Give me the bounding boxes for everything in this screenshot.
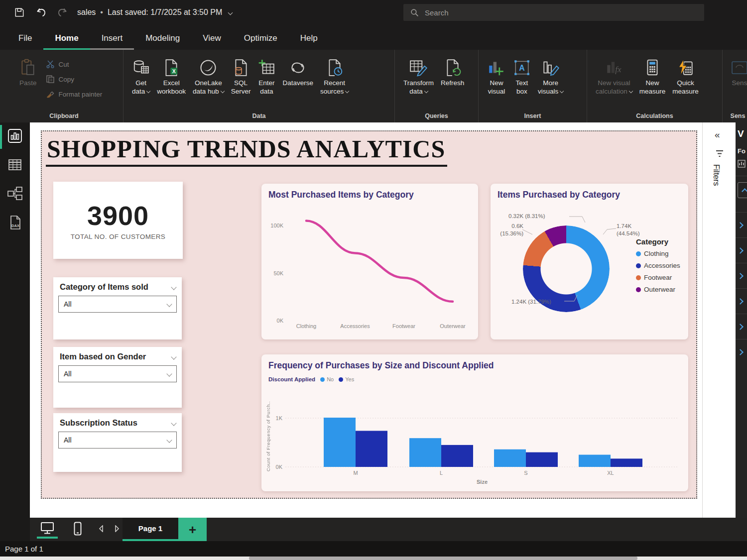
refresh-icon bbox=[444, 57, 461, 79]
bar-no-S[interactable] bbox=[494, 449, 526, 467]
desktop-view-icon[interactable] bbox=[40, 522, 55, 535]
bar-yes-XL[interactable] bbox=[611, 458, 642, 467]
viz-pane-section-3[interactable] bbox=[736, 263, 747, 288]
new-visual-icon bbox=[487, 57, 506, 79]
sensitivity-button[interactable]: Sens bbox=[728, 56, 747, 88]
cut-button[interactable]: Cut bbox=[45, 57, 103, 72]
menu-item-view[interactable]: View bbox=[191, 33, 233, 50]
svg-text:fx: fx bbox=[615, 65, 622, 75]
page-count-text: Page 1 of 1 bbox=[5, 545, 43, 553]
new-measure-button[interactable]: Newmeasure bbox=[636, 56, 669, 97]
document-title[interactable]: sales • Last saved: 1/7/2025 at 3:50 PM bbox=[77, 0, 232, 25]
transform-data-icon bbox=[409, 57, 429, 79]
kpi-card-total-customers[interactable]: 3900 TOTAL NO. OF CUSTOMERS bbox=[53, 182, 183, 259]
legend-item-clothing[interactable]: Clothing bbox=[636, 250, 680, 257]
filter-funnel-icon[interactable] bbox=[716, 150, 724, 159]
bar-yes-S[interactable] bbox=[526, 452, 558, 467]
status-bar: Page 1 of 1 bbox=[0, 541, 747, 557]
onelake-icon bbox=[199, 57, 218, 79]
legend-item-no[interactable]: No bbox=[320, 376, 334, 382]
donut-callout-footwear: 0.6K (15.36%) bbox=[493, 223, 523, 237]
bar-no-L[interactable] bbox=[409, 438, 441, 467]
save-icon[interactable] bbox=[13, 6, 26, 19]
chevron-down-icon bbox=[345, 89, 349, 93]
bar-no-M[interactable] bbox=[324, 418, 356, 467]
menu-item-modeling[interactable]: Modeling bbox=[134, 33, 191, 50]
legend-item-accessories[interactable]: Accessories bbox=[636, 262, 680, 269]
viz-pane-section-6[interactable] bbox=[736, 339, 747, 364]
visual-type-icon[interactable] bbox=[738, 160, 747, 170]
new-visual-button[interactable]: Newvisual bbox=[484, 56, 509, 97]
slicer-dropdown[interactable]: All bbox=[58, 296, 177, 313]
ribbon-button-label: Newvisual bbox=[488, 79, 505, 96]
menu-item-optimize[interactable]: Optimize bbox=[233, 33, 289, 50]
chart-title: Frequency of Purchases by Size and Disco… bbox=[268, 360, 494, 371]
format-painter-button[interactable]: Format painter bbox=[45, 87, 103, 102]
text-box-button[interactable]: ATextbox bbox=[509, 56, 534, 97]
sidebar-dax-query-view[interactable]: DAX bbox=[0, 209, 30, 238]
new-visual-calculation-button[interactable]: fxNew visualcalculation bbox=[592, 56, 636, 97]
dataverse-button[interactable]: Dataverse bbox=[279, 56, 317, 88]
get-data-button[interactable]: Getdata bbox=[128, 56, 153, 97]
scrollbar-thumb[interactable] bbox=[249, 557, 637, 560]
page-next-icon[interactable] bbox=[115, 525, 120, 532]
bar-chart-frequency-by-size[interactable]: Frequency of Purchases by Size and Disco… bbox=[261, 354, 688, 491]
mobile-view-icon[interactable] bbox=[74, 522, 82, 536]
quick-measure-button[interactable]: Quickmeasure bbox=[669, 56, 702, 97]
report-page[interactable]: SHOPPING TRENDS ANALYTICS 3900 TOTAL NO.… bbox=[41, 130, 697, 499]
slicer-header[interactable]: Subscription Status bbox=[53, 413, 182, 431]
redo-icon[interactable] bbox=[56, 6, 69, 19]
excel-workbook-button[interactable]: XExcelworkbook bbox=[153, 56, 189, 97]
donut-chart-items-by-category[interactable]: Items Purchased by Category1.74K (44.54%… bbox=[491, 184, 688, 339]
line-chart-most-purchased[interactable]: Most Purchased Items by Category0K50K100… bbox=[261, 184, 478, 339]
slicer-category-of-items-sold[interactable]: Category of Items sold All bbox=[53, 277, 182, 339]
sidebar-report-view[interactable] bbox=[0, 122, 30, 151]
bar-yes-L[interactable] bbox=[441, 445, 473, 467]
collapse-section-button[interactable] bbox=[738, 182, 747, 198]
horizontal-scrollbar[interactable] bbox=[0, 557, 747, 560]
menu-item-help[interactable]: Help bbox=[289, 33, 329, 50]
bar-no-XL[interactable] bbox=[579, 455, 611, 467]
bar-yes-M[interactable] bbox=[356, 431, 387, 467]
legend-item-footwear[interactable]: Footwear bbox=[636, 274, 680, 281]
expand-filters-icon[interactable]: « bbox=[715, 129, 720, 140]
slicer-item-based-on-gender[interactable]: Item based on Gender All bbox=[53, 347, 182, 408]
legend-item-outerwear[interactable]: Outerwear bbox=[636, 286, 680, 293]
svg-text:1K: 1K bbox=[276, 415, 283, 421]
page-tab[interactable]: Page 1 bbox=[123, 518, 178, 541]
title-separator: • bbox=[100, 8, 103, 17]
last-saved-text: Last saved: 1/7/2025 at 3:50 PM bbox=[108, 8, 222, 17]
copy-button[interactable]: Copy bbox=[45, 72, 103, 87]
sidebar-table-view[interactable] bbox=[0, 151, 30, 180]
paste-button[interactable]: Paste bbox=[16, 56, 40, 88]
viz-pane-section-5[interactable] bbox=[736, 314, 747, 339]
legend-item-yes[interactable]: Yes bbox=[339, 376, 354, 382]
sql-server-button[interactable]: SQLServer bbox=[228, 56, 254, 97]
svg-text:L: L bbox=[440, 470, 443, 476]
ribbon-group-label: Insert bbox=[479, 112, 587, 119]
slicer-header[interactable]: Item based on Gender bbox=[53, 347, 182, 364]
sidebar-model-view[interactable] bbox=[0, 180, 30, 209]
search-input[interactable]: Search bbox=[403, 4, 704, 21]
viz-pane-section-2[interactable] bbox=[736, 237, 747, 263]
recent-sources-button[interactable]: Recentsources bbox=[317, 56, 352, 97]
menu-item-insert[interactable]: Insert bbox=[90, 33, 134, 50]
menu-item-file[interactable]: File bbox=[7, 33, 43, 50]
more-visuals-button[interactable]: Morevisuals bbox=[534, 56, 567, 97]
slicer-dropdown[interactable]: All bbox=[58, 365, 177, 382]
slicer-dropdown[interactable]: All bbox=[58, 432, 177, 448]
menu-item-home[interactable]: Home bbox=[43, 33, 90, 50]
transform-data-button[interactable]: Transformdata bbox=[400, 56, 437, 97]
undo-icon[interactable] bbox=[35, 6, 48, 19]
viz-pane-section-4[interactable] bbox=[736, 288, 747, 314]
slicer-subscription-status[interactable]: Subscription Status All bbox=[53, 413, 182, 472]
slicer-header[interactable]: Category of Items sold bbox=[53, 277, 182, 295]
add-page-button[interactable]: + bbox=[178, 518, 207, 541]
page-prev-icon[interactable] bbox=[99, 525, 104, 532]
ribbon-button-label: Getdata bbox=[132, 79, 150, 96]
onelake-button[interactable]: OneLakedata hub bbox=[189, 56, 228, 97]
legend-title: Discount Applied bbox=[268, 376, 315, 382]
enter-data-button[interactable]: Enterdata bbox=[254, 56, 279, 97]
viz-pane-section-1[interactable] bbox=[736, 212, 747, 237]
refresh-button[interactable]: Refresh bbox=[437, 56, 468, 88]
